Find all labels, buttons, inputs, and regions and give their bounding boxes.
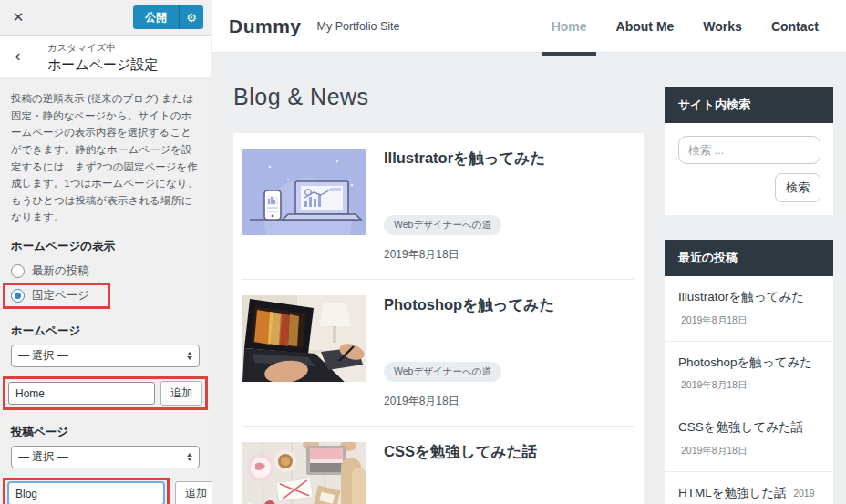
post-thumbnail-photo-desk[interactable] <box>242 442 366 504</box>
recent-posts-widget: 最近の投稿 Illustratorを触ってみた 2019年8月18日 Photo… <box>665 240 833 504</box>
homepage-select[interactable]: — 選択 — <box>11 345 200 367</box>
post-date: 2019年8月18日 <box>384 247 634 262</box>
gear-icon[interactable]: ⚙ <box>179 5 203 29</box>
search-widget-title: サイト内検索 <box>665 87 833 123</box>
post-item: CSSを勉強してみた話 <box>242 426 634 504</box>
radio-static-label: 固定ページ <box>32 288 89 303</box>
homepage-select-value: — 選択 — <box>18 348 68 364</box>
post-title[interactable]: CSSを勉強してみた話 <box>384 442 634 461</box>
site-tagline: My Portfolio Site <box>317 20 400 33</box>
page-title: Blog & News <box>233 84 644 110</box>
post-title[interactable]: Illustratorを触ってみた <box>384 149 634 168</box>
breadcrumb: カスタマイズ中 <box>47 42 158 55</box>
main-nav: Home About Me Works Contact <box>552 19 819 34</box>
post-thumbnail-illustration[interactable] <box>242 149 366 235</box>
select-arrows-icon <box>187 352 192 360</box>
back-chevron-icon[interactable]: ‹ <box>0 36 36 77</box>
panel-title: ホームページ設定 <box>47 57 158 74</box>
posts-page-select[interactable]: — 選択 — <box>11 446 200 468</box>
display-section-heading: ホームページの表示 <box>11 239 200 254</box>
customizer-panel: ✕ 公開 ⚙ ‹ カスタマイズ中 ホームページ設定 投稿の逆順表示 (従来のブロ… <box>0 0 212 504</box>
site-logo[interactable]: Dummy <box>229 15 302 37</box>
nav-item-home[interactable]: Home <box>552 19 587 34</box>
homepage-heading: ホームページ <box>11 324 200 339</box>
radio-circle-icon[interactable] <box>11 264 25 278</box>
posts-page-name-input[interactable] <box>8 482 164 504</box>
posts-page-heading: 投稿ページ <box>11 425 200 440</box>
publish-button[interactable]: 公開 <box>133 5 179 29</box>
annotation-box-posts-page <box>3 478 170 504</box>
recent-posts-title: 最近の投稿 <box>665 240 833 276</box>
select-arrows-icon <box>187 453 192 461</box>
recent-post-link[interactable]: HTMLを勉強した話 2019年8月18日 <box>665 472 833 504</box>
site-preview: Dummy My Portfolio Site Home About Me Wo… <box>212 0 846 504</box>
homepage-name-input[interactable] <box>8 382 155 405</box>
radio-latest-posts[interactable]: 最新の投稿 <box>11 260 200 283</box>
recent-post-link[interactable]: CSSを勉強してみた話 2019年8月18日 <box>665 406 833 472</box>
post-date: 2019年8月18日 <box>384 394 634 409</box>
close-icon[interactable]: ✕ <box>0 0 36 35</box>
panel-description: 投稿の逆順表示 (従来のブログ) または固定・静的なページから、サイトのホームペ… <box>11 90 200 226</box>
post-thumbnail-photo-laptop[interactable] <box>242 295 366 382</box>
posts-list: Illustratorを触ってみた Webデザイナーへの道 2019年8月18日 <box>233 133 644 504</box>
radio-latest-label: 最新の投稿 <box>32 263 89 279</box>
post-item: Photoshopを触ってみた Webデザイナーへの道 2019年8月18日 <box>242 279 634 426</box>
recent-post-link[interactable]: Illustratorを触ってみた 2019年8月18日 <box>665 276 833 342</box>
site-sidebar: サイト内検索 検索 最近の投稿 Illustratorを触ってみた 2019年8… <box>665 87 833 504</box>
post-category-badge[interactable]: Webデザイナーへの道 <box>384 215 501 235</box>
radio-static-page[interactable]: 固定ページ <box>11 286 89 305</box>
post-category-badge[interactable]: Webデザイナーへの道 <box>384 362 501 382</box>
nav-item-works[interactable]: Works <box>703 19 742 34</box>
customizer-titlebar: ‹ カスタマイズ中 ホームページ設定 <box>0 35 211 77</box>
radio-selected-icon[interactable] <box>11 289 25 303</box>
customizer-topbar: ✕ 公開 ⚙ <box>0 0 211 35</box>
homepage-add-button[interactable]: 追加 <box>160 381 202 406</box>
search-input[interactable] <box>678 136 820 164</box>
nav-item-about[interactable]: About Me <box>616 19 675 34</box>
post-title[interactable]: Photoshopを触ってみた <box>384 295 634 314</box>
annotation-box-homepage: 追加 <box>3 376 208 410</box>
search-widget: サイト内検索 検索 <box>665 87 833 215</box>
post-item: Illustratorを触ってみた Webデザイナーへの道 2019年8月18日 <box>242 133 634 279</box>
site-header: Dummy My Portfolio Site Home About Me Wo… <box>212 0 846 53</box>
annotation-box-static-page: 固定ページ <box>3 283 110 309</box>
nav-item-contact[interactable]: Contact <box>771 19 819 34</box>
posts-page-add-button[interactable]: 追加 <box>175 481 217 504</box>
recent-post-link[interactable]: Photoshopを触ってみた 2019年8月18日 <box>665 342 833 407</box>
posts-page-select-value: — 選択 — <box>18 449 68 465</box>
search-button[interactable]: 検索 <box>775 173 820 202</box>
